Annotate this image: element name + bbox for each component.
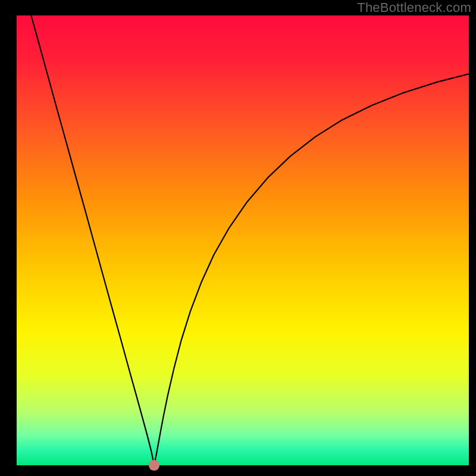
bottleneck-chart (0, 0, 476, 476)
minimum-marker (149, 460, 159, 471)
chart-container: { "watermark": "TheBottleneck.com", "cha… (0, 0, 476, 476)
plot-area (17, 15, 469, 465)
watermark-text: TheBottleneck.com (357, 0, 471, 15)
